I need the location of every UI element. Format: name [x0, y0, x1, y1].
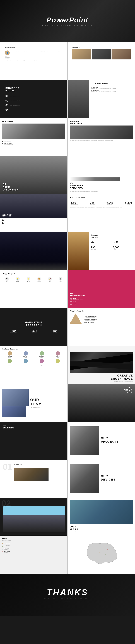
devices-image	[70, 464, 99, 493]
slide-vision: OUR VISION PRE AMBITIONS Lorem ipsum dol…	[0, 118, 68, 156]
sp-stat-4: 8,203 AWARDS	[125, 201, 132, 205]
creative-text: Lorem ipsum dolor sit amet, consectetur …	[70, 381, 133, 382]
slide-our-maps: OURMAPS Lorem ipsum dolor sit amet	[68, 498, 135, 536]
slide-row-8: MARKETINGRESEARCH 3,567 STAFF MEMBERS 12…	[0, 308, 135, 346]
tri-item-4: RAW SET COMPANY Lorem ipsum dolor sit am…	[84, 322, 133, 324]
wwd-icons-container: 👁 VISION 💡 SMART ⭐ LIKE DAT 🎨 CANVAS 🚀	[3, 277, 65, 282]
slide-row-7: What We Do? 👁 VISION 💡 SMART ⭐ LIKE DAT …	[0, 270, 135, 308]
cover-title: PowerPoint	[47, 16, 88, 24]
thanks-website: www.graphicpie.com	[60, 601, 74, 602]
marketing-stats: 3,567 STAFF MEMBERS 12,098 CUSTOMERS 3,5…	[3, 330, 65, 333]
tri-item-2: ARE CONSTRUCTED IDEA Lorem ipsum dolor s…	[84, 316, 133, 318]
offer-images	[72, 49, 131, 60]
biz-item-1: 01 Lorem ipsum dolor sit amet	[6, 94, 62, 98]
china-dot-1	[100, 552, 100, 553]
welcome-title: Welcome Message !	[5, 47, 62, 48]
slide-row-13: 02 OURMAPS Lorem ipsum dolor sit amet	[0, 498, 135, 536]
triangle-shape	[70, 313, 82, 324]
slide-fantastic: OURFANTASTICSERVICES Lorem ipsum dolor s…	[68, 156, 135, 194]
devices-text: OURDEVICES Lorem ipsum dolor sit amet	[101, 474, 116, 483]
exclusive-list: PRE AMBITIONS Lorem ipsum dolor sit amet…	[0, 218, 67, 232]
team-text: OURTEAM Lorem ipsum dolor sit amet	[30, 398, 65, 408]
slide-our-devices: OURDEVICES Lorem ipsum dolor sit amet	[68, 460, 135, 498]
slide-all-about: AllAboutOur Company	[0, 156, 68, 194]
biz-item-3: 03 Lorem ipsum dolor sit amet	[6, 104, 62, 107]
tri-item-3: MAKE FULLY PROGRESS Lorem ipsum dolor si…	[84, 319, 133, 321]
big-num-01: 01	[3, 462, 12, 471]
maps-image	[70, 500, 133, 524]
sp-stat-1: 3,567 HAPPY CUSTOMERS	[70, 201, 78, 205]
num01-label: PREMIUM DESIGN	[14, 464, 48, 465]
biz-title: BUSINESSMODEL	[6, 87, 62, 92]
group-item-2: CANE Lorem ipsum dolor sit amet	[70, 301, 132, 302]
slide-exclusive: EXCLUSIVESERVICES PRE AMBITIONS Lorem ip…	[0, 194, 68, 232]
offer-img-3	[112, 49, 131, 60]
wwd-item-4: 🎨 CANVAS	[35, 277, 43, 282]
slide-row-9: Our Happy Customers JOHN DOE Designer JA…	[0, 346, 135, 384]
china-title: CHINA	[2, 538, 65, 540]
offer-text: Lorem ipsum dolor sit amet, consectetur …	[72, 60, 131, 62]
mkt-stat-3: 3,567 LOCATIONS	[52, 330, 57, 333]
vision-item-1: PRE AMBITIONS Lorem ipsum dolor sit amet	[2, 141, 65, 142]
wwd-item-3: ⭐ LIKE DAT	[24, 277, 33, 282]
slide-customer-stats: CustomerStatistics 758 HAPPY CUSTOMERS 8…	[68, 232, 135, 270]
mission-title: OUR MISSION	[91, 82, 133, 85]
offer-img-2	[92, 49, 111, 60]
customer-5: MIKE T. Designer	[2, 359, 17, 366]
thanks-subtitle: MINIMAL AND MODERN PRESENTATION DESIGN	[44, 598, 91, 600]
team-title: OURTEAM	[30, 398, 65, 406]
exclusive-title: EXCLUSIVESERVICES	[2, 214, 12, 217]
tri-items: IS THIS YOUR VISION Lorem ipsum dolor si…	[84, 314, 133, 324]
group-item-1: GURU Lorem ipsum dolor sit amet	[70, 298, 132, 300]
slide-triangle: Triangle Infographics IS THIS YOUR VISIO…	[68, 308, 135, 346]
stat-1: 758 HAPPY CUSTOMERS	[91, 240, 111, 244]
night-ground	[0, 262, 67, 270]
projects-image	[70, 426, 99, 455]
projects-desc: Lorem ipsum dolor sit amet	[101, 444, 119, 445]
sean-name: Sean Barry	[3, 426, 65, 429]
wwd-item-2: 💡 SMART	[14, 277, 22, 282]
china-dot-3	[96, 556, 96, 556]
tri-item-1: IS THIS YOUR VISION Lorem ipsum dolor si…	[84, 314, 133, 315]
cover-subtitle: MINIMAL AND MODERN PRESENTATION DESIGN	[42, 25, 93, 26]
mission-image	[68, 80, 89, 118]
china-item-2: SOUTH CHINA Lorem ipsum	[2, 546, 65, 547]
china-items: NORTH CHINA Lorem ipsum SOUTH CHINA Lore…	[2, 542, 65, 553]
welcome-body: Lorem ipsum dolor sit amet, consectetur …	[11, 51, 62, 54]
job-title-area: ALLABOUTJOB	[124, 387, 132, 393]
slide-business: BUSINESSMODEL 01 Lorem ipsum dolor sit a…	[0, 80, 68, 118]
team-desc: Lorem ipsum dolor sit amet	[30, 407, 65, 408]
customer-2: JANE SMITH Developer	[18, 351, 33, 358]
num01-image	[14, 468, 48, 481]
stats-content: CustomerStatistics 758 HAPPY CUSTOMERS 8…	[89, 232, 135, 270]
china-item-4: WEST CHINA Lorem ipsum	[2, 551, 65, 553]
slide-row-4: AllAboutOur Company OURFANTASTICSERVICES…	[0, 156, 135, 194]
projects-title: OURPROJECTS	[101, 436, 119, 444]
mission-item-2: FULLY COMPLETE Lorem ipsum dolor sit ame…	[91, 90, 133, 92]
team-brush-image	[2, 389, 28, 406]
customer-1: JOHN DOE Designer	[2, 351, 17, 358]
slide-night-city	[0, 232, 68, 270]
sp-stat-2: 758 OFFICE DESK	[90, 201, 95, 205]
cover-slide: PowerPoint MINIMAL AND MODERN PRESENTATI…	[0, 0, 135, 42]
about-img-text: Lorem ipsum dolor sit amet, consectetur …	[70, 140, 133, 141]
slide-team: OURTEAM Lorem ipsum dolor sit amet	[0, 384, 68, 422]
china-item-3: EAST CHINA Lorem ipsum	[2, 548, 65, 550]
slide-marketing: MARKETINGRESEARCH 3,567 STAFF MEMBERS 12…	[0, 308, 68, 346]
wwd-item-5: 🚀 FUTURE	[46, 277, 54, 282]
stat-4: 3,063 OFFICES	[112, 246, 133, 250]
slide-number-02: 02	[0, 498, 68, 536]
marketing-title: MARKETINGRESEARCH	[3, 321, 65, 327]
welcome-extra: Lorem ipsum dolor sit amet, consectetur …	[5, 60, 62, 61]
sp-title: Services Provided	[70, 197, 132, 199]
sp-stats-row: 3,567 HAPPY CUSTOMERS 758 OFFICE DESK 8,…	[70, 201, 132, 205]
slide-row-6: CustomerStatistics 758 HAPPY CUSTOMERS 8…	[0, 232, 135, 270]
slide-row-14: CHINA Fully Editable Map NORTH CHINA Lor…	[0, 536, 135, 574]
projects-text: OURPROJECTS Lorem ipsum dolor sit amet	[101, 436, 119, 445]
biz-item-2: 02 Lorem ipsum dolor sit amet	[6, 99, 62, 102]
vision-items: PRE AMBITIONS Lorem ipsum dolor sit amet…	[2, 141, 65, 145]
avatar: 👤	[5, 50, 10, 55]
stat-3: 998 TOTAL WORK	[91, 246, 111, 250]
about-img-title: ABOUT USIMAGE LAYOUT	[70, 120, 133, 124]
stats-grid: 758 HAPPY CUSTOMERS 8,203 AWARDS 998 TOT…	[91, 240, 133, 250]
